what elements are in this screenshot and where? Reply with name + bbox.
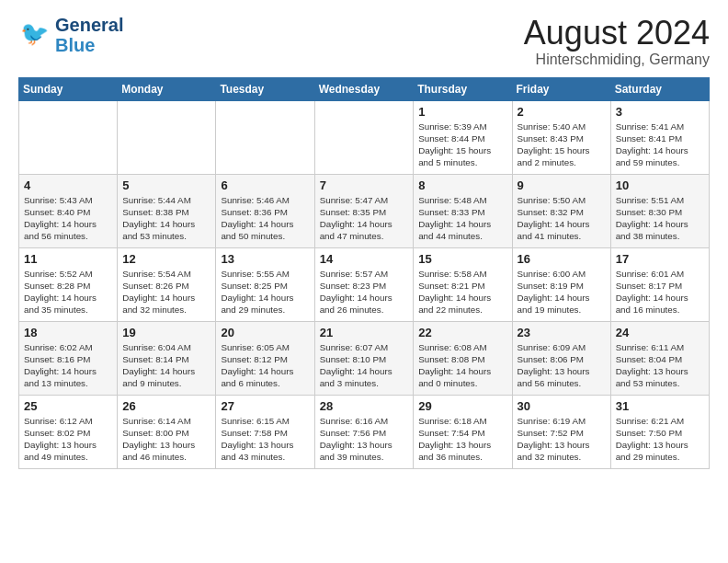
day-number: 7 [320,178,409,192]
sunrise-text: Sunrise: 5:51 AM [616,195,685,205]
table-row: 2Sunrise: 5:40 AMSunset: 8:43 PMDaylight… [512,100,610,174]
sunrise-text: Sunrise: 6:11 AM [616,342,685,352]
sunrise-text: Sunrise: 6:08 AM [418,342,487,352]
daylight-text: Daylight: 14 hours and 41 minutes. [518,219,590,241]
daylight-text: Daylight: 13 hours and 56 minutes. [518,366,590,388]
daylight-text: Daylight: 13 hours and 53 minutes. [616,366,688,388]
sunset-text: Sunset: 8:33 PM [418,207,484,217]
table-row [314,100,414,174]
day-number: 27 [221,399,309,413]
day-info: Sunrise: 6:04 AMSunset: 8:14 PMDaylight:… [122,341,210,390]
day-number: 4 [24,178,112,192]
table-row: 6Sunrise: 5:46 AMSunset: 8:36 PMDaylight… [216,174,314,247]
day-number: 10 [616,178,704,192]
table-row: 28Sunrise: 6:16 AMSunset: 7:56 PMDayligh… [314,395,414,468]
day-info: Sunrise: 5:40 AMSunset: 8:43 PMDaylight:… [518,121,606,169]
day-info: Sunrise: 6:11 AMSunset: 8:04 PMDaylight:… [616,341,704,390]
day-info: Sunrise: 5:58 AMSunset: 8:21 PMDaylight:… [418,268,506,316]
day-info: Sunrise: 6:09 AMSunset: 8:06 PMDaylight:… [518,341,606,390]
table-row: 31Sunrise: 6:21 AMSunset: 7:50 PMDayligh… [610,395,709,468]
table-row: 19Sunrise: 6:04 AMSunset: 8:14 PMDayligh… [118,321,216,395]
table-row: 22Sunrise: 6:08 AMSunset: 8:08 PMDayligh… [414,321,512,395]
daylight-text: Daylight: 14 hours and 0 minutes. [418,366,491,388]
day-number: 6 [221,178,309,192]
sunset-text: Sunset: 8:02 PM [24,428,90,438]
sunrise-text: Sunrise: 5:46 AM [221,195,290,205]
day-info: Sunrise: 5:50 AMSunset: 8:32 PMDaylight:… [518,194,606,243]
day-number: 16 [518,252,606,266]
day-info: Sunrise: 6:16 AMSunset: 7:56 PMDaylight:… [320,415,409,464]
sunrise-text: Sunrise: 5:48 AM [418,195,487,205]
logo-bird-icon: 🐦 [18,18,51,52]
table-row: 7Sunrise: 5:47 AMSunset: 8:35 PMDaylight… [314,174,414,247]
sunrise-text: Sunrise: 6:02 AM [24,342,93,352]
sunset-text: Sunset: 8:16 PM [24,354,90,364]
day-number: 30 [518,399,606,413]
daylight-text: Daylight: 14 hours and 19 minutes. [518,293,590,315]
day-info: Sunrise: 6:15 AMSunset: 7:58 PMDaylight:… [221,415,309,464]
day-info: Sunrise: 6:00 AMSunset: 8:19 PMDaylight:… [518,268,606,316]
sunset-text: Sunset: 8:23 PM [320,281,386,291]
calendar-header: Sunday Monday Tuesday Wednesday Thursday… [19,77,710,100]
sunset-text: Sunset: 8:41 PM [616,133,682,144]
sunset-text: Sunset: 8:35 PM [320,207,386,217]
table-row: 18Sunrise: 6:02 AMSunset: 8:16 PMDayligh… [19,321,118,395]
table-row: 14Sunrise: 5:57 AMSunset: 8:23 PMDayligh… [314,247,414,321]
day-number: 17 [616,252,704,266]
sunset-text: Sunset: 8:43 PM [518,133,584,144]
sunrise-text: Sunrise: 6:15 AM [221,416,290,426]
day-info: Sunrise: 6:14 AMSunset: 8:00 PMDaylight:… [122,415,210,464]
sunset-text: Sunset: 8:12 PM [221,354,287,364]
day-number: 18 [24,326,112,339]
table-row: 12Sunrise: 5:54 AMSunset: 8:26 PMDayligh… [118,247,216,321]
table-row: 10Sunrise: 5:51 AMSunset: 8:30 PMDayligh… [610,174,709,247]
sunrise-text: Sunrise: 6:04 AM [122,342,191,352]
sunset-text: Sunset: 8:26 PM [122,281,188,291]
day-number: 5 [122,178,210,192]
sunrise-text: Sunrise: 5:55 AM [221,269,290,279]
sunrise-text: Sunrise: 5:57 AM [320,269,389,279]
table-row: 5Sunrise: 5:44 AMSunset: 8:38 PMDaylight… [118,174,216,247]
sunrise-text: Sunrise: 6:14 AM [122,416,191,426]
table-row: 4Sunrise: 5:43 AMSunset: 8:40 PMDaylight… [19,174,118,247]
day-number: 20 [221,326,309,339]
logo-text: General [55,15,123,35]
sunset-text: Sunset: 8:08 PM [418,354,484,364]
col-thursday: Thursday [414,77,512,100]
day-info: Sunrise: 5:43 AMSunset: 8:40 PMDaylight:… [24,194,112,243]
sunrise-text: Sunrise: 5:39 AM [418,121,487,132]
daylight-text: Daylight: 14 hours and 22 minutes. [418,293,491,315]
daylight-text: Daylight: 14 hours and 53 minutes. [122,219,195,241]
sunrise-text: Sunrise: 6:00 AM [518,269,586,279]
table-row: 29Sunrise: 6:18 AMSunset: 7:54 PMDayligh… [414,395,512,468]
table-row: 11Sunrise: 5:52 AMSunset: 8:28 PMDayligh… [19,247,118,321]
day-number: 9 [518,178,606,192]
day-number: 25 [24,399,112,413]
day-number: 15 [418,252,506,266]
sunrise-text: Sunrise: 6:01 AM [616,269,685,279]
daylight-text: Daylight: 14 hours and 38 minutes. [616,219,688,241]
sunrise-text: Sunrise: 5:47 AM [320,195,389,205]
day-info: Sunrise: 5:39 AMSunset: 8:44 PMDaylight:… [418,121,506,169]
sunrise-text: Sunrise: 5:52 AM [24,269,93,279]
table-row: 20Sunrise: 6:05 AMSunset: 8:12 PMDayligh… [216,321,314,395]
sunset-text: Sunset: 8:38 PM [122,207,188,217]
table-row: 1Sunrise: 5:39 AMSunset: 8:44 PMDaylight… [414,100,512,174]
table-row: 17Sunrise: 6:01 AMSunset: 8:17 PMDayligh… [610,247,709,321]
daylight-text: Daylight: 14 hours and 44 minutes. [418,219,491,241]
daylight-text: Daylight: 14 hours and 13 minutes. [24,366,97,388]
daylight-text: Daylight: 14 hours and 29 minutes. [221,293,293,315]
day-info: Sunrise: 5:51 AMSunset: 8:30 PMDaylight:… [616,194,704,243]
daylight-text: Daylight: 14 hours and 26 minutes. [320,293,392,315]
sunrise-text: Sunrise: 5:54 AM [122,269,191,279]
day-number: 26 [122,399,210,413]
sunrise-text: Sunrise: 5:43 AM [24,195,93,205]
sunset-text: Sunset: 8:21 PM [418,281,484,291]
sunset-text: Sunset: 8:04 PM [616,354,682,364]
page: 🐦 General Blue August 2024 Hinterschmidi… [0,0,728,478]
sunset-text: Sunset: 8:32 PM [518,207,584,217]
sunset-text: Sunset: 7:56 PM [320,428,386,438]
daylight-text: Daylight: 13 hours and 43 minutes. [221,440,293,462]
day-info: Sunrise: 5:48 AMSunset: 8:33 PMDaylight:… [418,194,506,243]
sunset-text: Sunset: 8:30 PM [616,207,682,217]
